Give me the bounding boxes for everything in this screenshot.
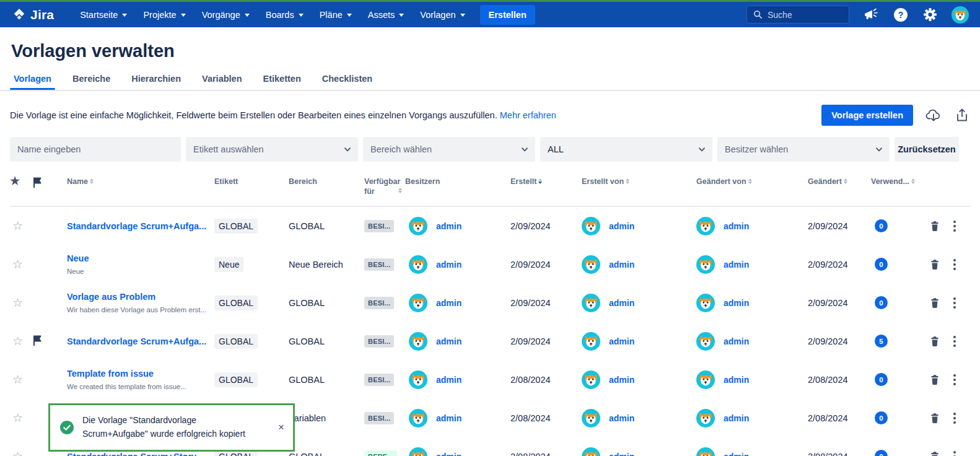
more-options-icon[interactable] — [953, 258, 956, 271]
favorite-star-icon[interactable]: ☆ — [10, 219, 32, 233]
template-name-link[interactable]: Standardvorlage Scrum+Aufga... — [67, 221, 211, 231]
column-header-geaendert-von[interactable]: Geändert von — [688, 177, 799, 186]
modified-by-link[interactable]: admin — [724, 375, 749, 385]
nav-item-projekte[interactable]: Projekte — [136, 6, 193, 24]
user-avatar — [696, 217, 715, 235]
create-template-button[interactable]: Vorlage erstellen — [821, 105, 913, 126]
create-button[interactable]: Erstellen — [480, 5, 535, 25]
column-header-verwendet[interactable]: Verwend... — [866, 177, 921, 186]
filter-bereich-select[interactable]: Bereich wählen — [363, 137, 535, 162]
created-by-link[interactable]: admin — [609, 336, 634, 346]
tab-hierarchien[interactable]: Hierarchien — [131, 74, 181, 90]
column-header-name[interactable]: Name — [57, 177, 211, 186]
template-name-link[interactable]: Vorlage aus Problem — [67, 292, 211, 302]
delete-trash-icon[interactable] — [929, 412, 940, 424]
modified-by-link[interactable]: admin — [724, 221, 749, 231]
column-header-bereich: Bereich — [284, 177, 364, 186]
modified-by-link[interactable]: admin — [724, 336, 749, 346]
column-header-erstellt[interactable]: Erstellt — [502, 177, 573, 186]
modified-by-link[interactable]: admin — [724, 452, 749, 456]
modified-by-link[interactable]: admin — [724, 413, 749, 423]
delete-trash-icon[interactable] — [929, 335, 940, 347]
import-cloud-icon[interactable] — [924, 107, 943, 124]
owner-link[interactable]: admin — [436, 260, 462, 270]
availability-pill: BESI... — [364, 374, 394, 386]
filter-etikett-select[interactable]: Etikett auswählen — [186, 137, 358, 162]
more-options-icon[interactable] — [953, 220, 956, 232]
favorite-star-icon[interactable]: ☆ — [10, 411, 32, 425]
column-header-geaendert[interactable]: Geändert — [799, 177, 866, 186]
filter-besitzer-placeholder: Besitzer wählen — [725, 144, 788, 154]
export-icon[interactable] — [954, 107, 970, 124]
created-by-link[interactable]: admin — [609, 298, 634, 308]
created-by-cell: admin — [573, 294, 688, 312]
delete-trash-icon[interactable] — [929, 297, 940, 309]
nav-item-assets[interactable]: Assets — [361, 6, 412, 24]
owner-link[interactable]: admin — [436, 336, 462, 346]
owner-link[interactable]: admin — [436, 413, 462, 423]
nav-item-vorgänge[interactable]: Vorgänge — [195, 6, 257, 24]
filter-besitzer-select[interactable]: Besitzer wählen — [717, 137, 890, 162]
more-options-icon[interactable] — [953, 412, 956, 424]
search-input[interactable] — [768, 10, 842, 20]
template-name-link[interactable]: Standardvorlage Scrum+Story ... — [67, 452, 211, 456]
flag-column-header-icon[interactable] — [32, 177, 42, 188]
star-column-header-icon[interactable]: ★ — [10, 175, 32, 186]
more-options-icon[interactable] — [953, 450, 956, 456]
owner-link[interactable]: admin — [436, 221, 462, 231]
created-by-link[interactable]: admin — [609, 221, 634, 231]
favorite-star-icon[interactable]: ☆ — [10, 296, 32, 310]
toast-close-button[interactable]: × — [278, 421, 284, 434]
filter-bar: Etikett auswählen Bereich wählen ALL Bes… — [10, 137, 970, 162]
global-search[interactable] — [746, 6, 849, 24]
delete-trash-icon[interactable] — [929, 220, 940, 232]
more-options-icon[interactable] — [953, 335, 956, 348]
tab-bereiche[interactable]: Bereiche — [72, 74, 110, 90]
reset-filters-button[interactable]: Zurücksetzen — [895, 137, 959, 162]
settings-gear-icon[interactable] — [922, 7, 938, 22]
help-icon[interactable]: ? — [893, 7, 909, 23]
template-name-link[interactable]: Standardvorlage Scrum+Aufga... — [67, 336, 211, 346]
favorite-star-icon[interactable]: ☆ — [10, 372, 32, 387]
table-header: ★ Name Etikett Bereich Verfügbar für Bes… — [10, 170, 970, 207]
nav-item-vorlagen[interactable]: Vorlagen — [413, 6, 472, 24]
owner-link[interactable]: admin — [436, 375, 462, 385]
tab-checklisten[interactable]: Checklisten — [322, 74, 372, 90]
template-name-link[interactable]: Template from issue — [67, 369, 211, 379]
filter-name-field[interactable] — [10, 137, 181, 162]
more-options-icon[interactable] — [953, 297, 956, 309]
more-options-icon[interactable] — [953, 374, 956, 386]
owner-link[interactable]: admin — [436, 298, 462, 308]
used-count-cell: 0 — [866, 373, 921, 386]
filter-name-input[interactable] — [17, 144, 173, 154]
template-name-link[interactable]: Neue — [67, 253, 211, 263]
jira-logo[interactable]: Jira — [12, 7, 54, 22]
modified-by-link[interactable]: admin — [724, 260, 749, 270]
tab-etiketten[interactable]: Etiketten — [263, 74, 301, 90]
delete-trash-icon[interactable] — [929, 450, 940, 456]
learn-more-link[interactable]: Mehr erfahren — [500, 110, 556, 120]
modified-by-link[interactable]: admin — [724, 298, 749, 308]
user-avatar[interactable] — [952, 6, 969, 24]
announcements-icon[interactable] — [863, 8, 879, 22]
nav-item-startseite[interactable]: Startseite — [72, 6, 134, 24]
column-header-erstellt-von[interactable]: Erstellt von — [573, 177, 688, 186]
owner-link[interactable]: admin — [436, 452, 462, 456]
favorite-star-icon[interactable]: ☆ — [10, 449, 32, 456]
created-by-link[interactable]: admin — [609, 260, 634, 270]
created-by-link[interactable]: admin — [609, 452, 634, 456]
filter-availability-select[interactable]: ALL — [540, 137, 712, 162]
tab-variablen[interactable]: Variablen — [202, 74, 242, 90]
delete-trash-icon[interactable] — [929, 258, 940, 270]
column-header-verfuegbar[interactable]: Verfügbar für — [364, 177, 403, 197]
created-by-link[interactable]: admin — [609, 413, 634, 423]
nav-item-pläne[interactable]: Pläne — [312, 6, 359, 24]
filter-availability-value: ALL — [548, 144, 564, 154]
user-avatar — [409, 294, 427, 312]
delete-trash-icon[interactable] — [929, 374, 940, 385]
favorite-star-icon[interactable]: ☆ — [10, 257, 32, 271]
nav-item-boards[interactable]: Boards — [258, 6, 311, 24]
favorite-star-icon[interactable]: ☆ — [10, 334, 32, 348]
created-by-link[interactable]: admin — [609, 375, 634, 385]
tab-vorlagen[interactable]: Vorlagen — [14, 74, 51, 90]
